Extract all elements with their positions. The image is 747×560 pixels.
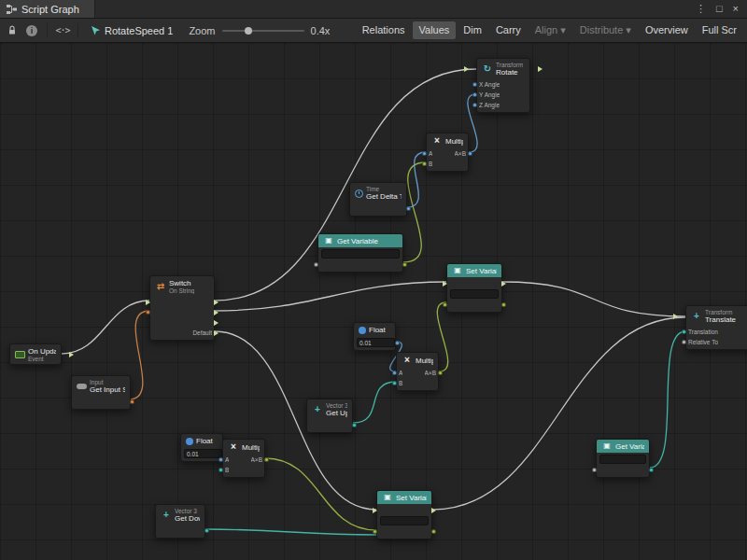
input-port[interactable] [464, 66, 469, 72]
node-header: ×Multiply [223, 440, 264, 454]
zoom-label: Zoom [189, 25, 215, 36]
pane-menu-icon[interactable]: ⋮ [696, 4, 706, 14]
output-port[interactable] [214, 310, 218, 315]
input-port[interactable] [146, 310, 150, 315]
set-variable-2-field[interactable] [380, 516, 429, 525]
zoom-slider[interactable] [222, 25, 304, 36]
input-port[interactable] [422, 151, 427, 156]
node-body [72, 396, 130, 409]
output-port[interactable] [214, 300, 218, 305]
port-label: A [225, 456, 229, 464]
input-port[interactable] [443, 281, 447, 287]
node-get-down[interactable]: +Vector 3Get Down [155, 504, 205, 539]
output-port[interactable] [438, 371, 443, 375]
node-get-variable-1[interactable]: ▣Get Variable [317, 233, 403, 273]
toolbar-button-values[interactable]: Values [413, 21, 457, 39]
output-port[interactable] [431, 529, 436, 534]
toolbar-button-relations[interactable]: Relations [356, 21, 412, 39]
node-set-variable-2[interactable]: ▣Set Variable [376, 490, 432, 539]
graph-icon [7, 5, 17, 14]
node-get-up[interactable]: +Vector 3Get Up [306, 399, 353, 433]
output-port[interactable] [352, 423, 357, 427]
node-body: 0.01 [354, 336, 395, 350]
node-multiply-1[interactable]: ×MultiplyAA×BB [426, 133, 469, 172]
node-get-delta-time[interactable]: TimeGet Delta Time [349, 182, 407, 217]
set-variable-1-field[interactable] [450, 289, 499, 299]
toolbar-button-dim[interactable]: Dim [457, 21, 488, 39]
node-set-variable-1[interactable]: ▣Set Variable [446, 263, 502, 313]
node-rotate[interactable]: ↻TransformRotateX AngleY AngleZ Angle [476, 58, 530, 113]
output-port[interactable] [402, 262, 407, 267]
node-body [597, 453, 649, 477]
output-port[interactable] [69, 352, 74, 357]
output-port[interactable] [538, 66, 543, 72]
float-1-field[interactable]: 0.01 [357, 338, 395, 347]
output-port[interactable] [395, 341, 400, 345]
input-port[interactable] [218, 457, 223, 462]
wire-flow [62, 301, 149, 354]
toolbar-button-align[interactable]: Align ▾ [529, 21, 572, 39]
input-port[interactable] [472, 103, 477, 107]
output-port[interactable] [431, 508, 436, 513]
output-port[interactable] [501, 281, 506, 287]
toolbar-button-distribute[interactable]: Distribute ▾ [573, 21, 638, 39]
output-port[interactable] [264, 457, 269, 462]
output-port[interactable] [214, 330, 218, 336]
node-on-update[interactable]: On UpdateEvent [9, 343, 62, 365]
tab-script-graph[interactable]: Script Graph [0, 0, 95, 18]
port-row [159, 526, 202, 535]
graph-reference[interactable]: RotateSpeed 1 [85, 25, 178, 36]
node-multiply-2[interactable]: ×MultiplyAA×BB [396, 352, 439, 391]
input-port[interactable] [443, 302, 447, 307]
input-port[interactable] [673, 314, 678, 319]
output-port[interactable] [501, 302, 506, 307]
toolbar-button-full-scr[interactable]: Full Scr [696, 21, 743, 39]
input-port[interactable] [218, 468, 223, 472]
input-port[interactable] [592, 468, 597, 472]
output-port[interactable] [130, 399, 134, 404]
input-port[interactable] [392, 371, 397, 375]
node-title: Float [196, 437, 213, 445]
float-2-field[interactable]: 0.01 [184, 449, 222, 458]
set-variable-1-icon: ▣ [452, 266, 463, 275]
input-port[interactable] [422, 161, 427, 166]
output-port[interactable] [649, 468, 654, 472]
node-float-2[interactable]: Float0.01 [180, 433, 223, 462]
maximize-icon[interactable]: □ [716, 4, 723, 14]
node-translate[interactable]: +TransformTranslateTranslationRelative T… [685, 305, 747, 350]
get-up-icon: + [312, 405, 323, 414]
get-variable-2-field[interactable] [599, 455, 646, 464]
get-variable-1-field[interactable] [321, 249, 400, 259]
multiply-3-icon: × [228, 442, 239, 452]
node-float-1[interactable]: Float0.01 [353, 322, 396, 351]
node-get-input-string[interactable]: InputGet Input Strin [71, 375, 131, 410]
wire-vector [650, 331, 685, 468]
output-port[interactable] [214, 320, 218, 326]
input-port[interactable] [314, 262, 318, 267]
node-body: AA×BB [427, 147, 468, 171]
node-get-variable-2[interactable]: ▣Get Variable [596, 439, 650, 478]
input-port[interactable] [472, 82, 477, 87]
node-switch-on-string[interactable]: ⇄SwitchOn StringDefault [149, 275, 215, 341]
output-port[interactable] [406, 206, 411, 211]
input-port[interactable] [682, 340, 686, 344]
lock-icon[interactable] [4, 22, 21, 39]
input-port[interactable] [682, 329, 686, 334]
input-port[interactable] [392, 381, 397, 385]
output-port[interactable] [204, 528, 209, 533]
node-multiply-3[interactable]: ×MultiplyAA×BB [222, 439, 265, 478]
toolbar-button-carry[interactable]: Carry [489, 21, 528, 39]
output-port[interactable] [468, 151, 472, 156]
port-label: A [399, 370, 402, 377]
node-body: TranslationRelative To [686, 326, 747, 349]
toolbar-button-overview[interactable]: Overview [639, 21, 695, 39]
graph-canvas[interactable]: On UpdateEventInputGet Input Strin⇄Switc… [0, 43, 747, 560]
close-icon[interactable]: × [733, 4, 739, 14]
input-port[interactable] [472, 92, 477, 97]
input-port[interactable] [373, 508, 377, 513]
input-port[interactable] [146, 300, 150, 305]
info-icon[interactable]: i [23, 22, 40, 39]
zoom-thumb[interactable] [245, 27, 252, 35]
code-icon[interactable]: <·> [54, 22, 71, 39]
input-port[interactable] [373, 529, 377, 534]
